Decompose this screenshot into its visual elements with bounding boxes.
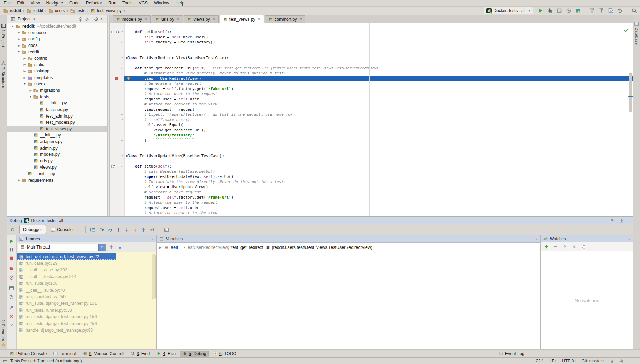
stack-frame[interactable]: __call__, testcases.py:214 — [17, 273, 156, 280]
stack-frame[interactable]: handle, django_test_manage.py:93 — [17, 327, 156, 333]
close-tab-icon[interactable]: × — [177, 17, 179, 21]
tool-stripe-1-project[interactable]: 1: Project — [0, 23, 7, 47]
step-into-my-code-button[interactable] — [123, 225, 131, 234]
tree-item-adapters.py[interactable]: adapters.py — [7, 139, 107, 145]
stack-frame[interactable]: run, tcunittest.py:259 — [17, 293, 156, 300]
editor-tab-test_views.py[interactable]: test_views.py× — [220, 15, 264, 23]
tree-item-reddit[interactable]: ▼reddit — [7, 49, 107, 55]
tree-item-urls.py[interactable]: urls.py — [7, 158, 107, 164]
view-breakpoints-button[interactable] — [9, 266, 14, 272]
tree-item-test_models.py[interactable]: test_models.py — [7, 119, 107, 126]
tool-stripe-7-structure[interactable]: 7: Structure — [0, 61, 7, 88]
fold-marker-icon[interactable] — [120, 118, 124, 121]
override-marker-icon[interactable] — [116, 30, 120, 34]
move-watch-down-icon[interactable] — [572, 244, 577, 249]
show-execution-point-button[interactable] — [98, 225, 106, 234]
tree-item-users[interactable]: ▼users — [7, 81, 107, 87]
tree-item-test_admin.py[interactable]: test_admin.py — [7, 113, 107, 119]
close-tab-icon[interactable]: × — [258, 17, 260, 21]
tree-item-requirements[interactable]: ▶requirements — [7, 177, 107, 183]
menu-code[interactable]: Code — [66, 1, 83, 6]
expand-variable-icon[interactable]: ▶ — [158, 246, 163, 249]
stack-frame[interactable]: test_get_redirect_url, test_views.py:22 — [17, 253, 116, 260]
help-button[interactable]: ? — [9, 322, 14, 328]
tree-item-test_views.py[interactable]: test_views.py — [7, 126, 107, 132]
expand-arrow-icon[interactable]: ▶ — [28, 89, 33, 92]
fold-marker-icon[interactable] — [120, 41, 124, 44]
collapse-arrow-icon[interactable]: ▼ — [28, 95, 33, 98]
hector-inspections-icon[interactable] — [620, 359, 624, 363]
hide-frames-filter-button[interactable] — [89, 225, 97, 234]
expand-arrow-icon[interactable]: ▶ — [16, 44, 21, 47]
tree-item-templates[interactable]: ▶templates — [7, 74, 107, 81]
breadcrumb-tests[interactable]: tests — [70, 8, 86, 13]
stack-frame[interactable]: run_tests, django_test_runner.py:156 — [17, 314, 156, 320]
search-everywhere-button[interactable] — [631, 8, 637, 14]
fold-marker-icon[interactable] — [120, 30, 124, 33]
close-tab-icon[interactable]: × — [299, 17, 302, 21]
locate-file-icon[interactable] — [78, 17, 83, 22]
breakpoint-icon[interactable] — [114, 76, 119, 81]
settings-button[interactable] — [9, 294, 14, 300]
pause-program-button[interactable] — [9, 247, 14, 253]
menu-file[interactable]: File — [1, 1, 14, 6]
editor-tab-views.py[interactable]: views.py× — [184, 15, 219, 23]
evaluate-expression-button[interactable] — [163, 225, 171, 234]
toolwindow-button-terminal[interactable]: Terminal — [51, 351, 78, 357]
step-over-button[interactable] — [106, 225, 115, 234]
toolwindow-button-python-console[interactable]: Python Console — [8, 351, 49, 357]
collapse-panel-icon[interactable]: → — [534, 237, 538, 241]
status-line-ending[interactable]: LF↕ — [550, 358, 557, 363]
menu-window[interactable]: Window — [151, 1, 172, 6]
tree-item-contrib[interactable]: ▶contrib — [7, 55, 107, 62]
fold-marker-icon[interactable] — [120, 165, 124, 168]
editor-scrollbar[interactable] — [629, 73, 632, 112]
debug-button[interactable] — [547, 8, 553, 14]
close-tab-icon[interactable]: × — [145, 17, 147, 21]
variable-row[interactable]: ▶ self = {TestUserRedirectView} test_get… — [157, 243, 540, 252]
run-to-cursor-button[interactable] — [148, 225, 156, 234]
tree-item-docs[interactable]: ▶docs — [7, 42, 107, 49]
tree-item-__init__.py[interactable]: __init__.py — [7, 100, 107, 107]
hide-panel-icon[interactable] — [100, 17, 105, 22]
expand-arrow-icon[interactable]: ▶ — [22, 76, 27, 79]
fold-marker-icon[interactable] — [120, 154, 124, 158]
debug-tab-debugger[interactable]: Debugger — [19, 225, 46, 234]
mute-breakpoints-button[interactable] — [9, 275, 14, 281]
fold-marker-icon[interactable] — [120, 56, 124, 59]
toolwindow-toggle-icon[interactable] — [3, 358, 8, 363]
menu-refactor[interactable]: Refactor — [83, 1, 105, 6]
readonly-lock-icon[interactable] — [610, 359, 614, 363]
run-button[interactable] — [538, 8, 544, 14]
tool-stripe-favorites[interactable]: 2: Favorites — [1, 320, 6, 347]
run-config-selector[interactable]: dj Docker: tests - all ▼ — [484, 7, 533, 14]
toolwindow-button-3-find[interactable]: 3: Find — [128, 351, 152, 357]
expand-arrow-icon[interactable]: ▶ — [16, 38, 21, 41]
breadcrumb-reddit[interactable]: reddit — [3, 8, 22, 13]
frames-scrollbar[interactable] — [152, 254, 156, 299]
breadcrumb-reddit[interactable]: reddit — [26, 8, 44, 13]
tree-item-reddit[interactable]: ▼reddit~/cookiecutter/reddit — [7, 23, 107, 30]
panel-settings-icon[interactable] — [93, 17, 99, 22]
restore-layout-button[interactable] — [9, 285, 14, 291]
tree-item-static[interactable]: ▶static — [7, 62, 107, 68]
tree-item-migrations[interactable]: ▶migrations — [7, 87, 107, 94]
stack-frame[interactable]: __call__, case.py:393 — [17, 267, 156, 273]
collapse-arrow-icon[interactable]: ▼ — [22, 82, 27, 85]
stack-frame[interactable]: run_suite, django_test_runner.py:151 — [17, 300, 156, 307]
toolwindow-button-6-todo[interactable]: 6: TODO — [211, 351, 239, 357]
editor-tab-common.py[interactable]: common.py× — [265, 15, 306, 23]
collapse-arrow-icon[interactable]: ▼ — [16, 50, 21, 53]
previous-frame-button[interactable] — [109, 244, 114, 250]
commit-changes-button[interactable]: VCS — [598, 8, 604, 14]
fold-marker-icon[interactable] — [120, 67, 124, 70]
breadcrumb-users[interactable]: users — [48, 8, 66, 13]
menu-tools[interactable]: Tools — [119, 1, 136, 6]
editor-tab-models.py[interactable]: models.py× — [113, 15, 151, 23]
status-caret-position[interactable]: 22:1 — [536, 358, 544, 363]
collapse-arrow-icon[interactable]: ▼ — [10, 25, 16, 28]
run-configurations-button[interactable] — [575, 8, 581, 14]
status-encoding[interactable]: UTF-8↕ — [562, 358, 576, 363]
menu-navigate[interactable]: Navigate — [43, 1, 66, 6]
close-tab-icon[interactable]: × — [213, 17, 215, 21]
